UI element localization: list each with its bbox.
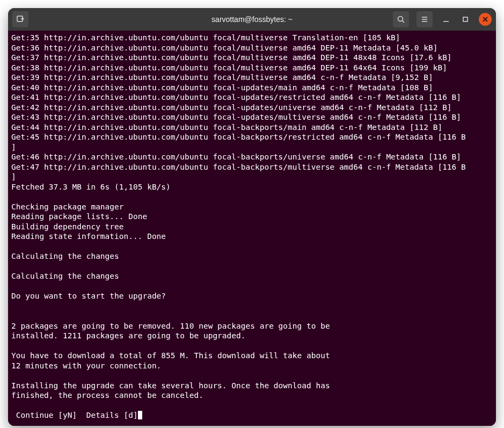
terminal-line: Reading package lists... Done (11, 212, 493, 222)
terminal-line: Building dependency tree (11, 222, 493, 232)
terminal-line: Get:44 http://in.archive.ubuntu.com/ubun… (11, 122, 493, 133)
terminal-line: installed. 1211 packages are going to be… (11, 331, 493, 341)
close-button[interactable] (479, 13, 492, 26)
terminal-line: Calculating the changes (11, 271, 493, 281)
terminal-line: Get:43 http://in.archive.ubuntu.com/ubun… (11, 112, 493, 122)
terminal-line: Get:38 http://in.archive.ubuntu.com/ubun… (11, 63, 493, 73)
svg-line-4 (403, 21, 405, 23)
terminal-body[interactable]: Get:35 http://in.archive.ubuntu.com/ubun… (8, 31, 496, 426)
prompt-text: Continue [yN] Details [d] (11, 411, 138, 419)
terminal-line (11, 401, 493, 411)
titlebar-left (12, 11, 28, 27)
search-button[interactable] (393, 11, 409, 27)
terminal-line: Get:35 http://in.archive.ubuntu.com/ubun… (11, 33, 493, 43)
terminal-line: Reading state information... Done (11, 231, 493, 242)
search-icon (397, 15, 405, 24)
terminal-line: Get:41 http://in.archive.ubuntu.com/ubun… (11, 92, 493, 103)
terminal-line (11, 371, 493, 381)
titlebar: sarvottam@fossbytes: ~ (8, 8, 496, 31)
terminal-line (11, 281, 493, 292)
terminal-line: Checking package manager (11, 202, 493, 212)
close-icon (483, 17, 488, 22)
terminal-line (11, 301, 493, 311)
terminal-output: Get:35 http://in.archive.ubuntu.com/ubun… (11, 33, 493, 410)
minimize-icon (442, 16, 450, 23)
terminal-line: Get:45 http://in.archive.ubuntu.com/ubun… (11, 132, 493, 142)
terminal-line: 12 minutes with your connection. (11, 361, 493, 371)
window-title: sarvottam@fossbytes: ~ (211, 15, 293, 24)
terminal-line (11, 262, 493, 272)
terminal-line (11, 341, 493, 351)
terminal-line: 2 packages are going to be removed. 110 … (11, 321, 493, 331)
cursor (138, 411, 142, 419)
terminal-line: Get:46 http://in.archive.ubuntu.com/ubun… (11, 152, 493, 162)
terminal-line: Fetched 37.3 MB in 6s (1,105 kB/s) (11, 182, 493, 192)
new-tab-icon (16, 15, 25, 24)
terminal-line: Get:37 http://in.archive.ubuntu.com/ubun… (11, 53, 493, 63)
terminal-line: Get:47 http://in.archive.ubuntu.com/ubun… (11, 162, 493, 172)
terminal-line: Get:42 http://in.archive.ubuntu.com/ubun… (11, 103, 493, 113)
terminal-line: Calculating the changes (11, 251, 493, 262)
terminal-line: Do you want to start the upgrade? (11, 291, 493, 301)
minimize-button[interactable] (440, 13, 452, 25)
terminal-line: ] (11, 172, 493, 182)
terminal-prompt-line: Continue [yN] Details [d] (11, 410, 493, 420)
terminal-line: ] (11, 142, 493, 153)
svg-point-3 (398, 17, 403, 21)
maximize-button[interactable] (459, 13, 471, 25)
terminal-line: Get:36 http://in.archive.ubuntu.com/ubun… (11, 43, 493, 53)
hamburger-icon (420, 15, 429, 24)
titlebar-right (393, 11, 492, 27)
terminal-line: Get:39 http://in.archive.ubuntu.com/ubun… (11, 72, 493, 83)
terminal-window: sarvottam@fossbytes: ~ (8, 8, 496, 426)
terminal-line: finished, the process cannot be canceled… (11, 390, 493, 401)
terminal-line (11, 242, 493, 252)
terminal-line (11, 192, 493, 202)
terminal-line (11, 311, 493, 321)
svg-rect-9 (463, 17, 468, 21)
terminal-line: You have to download a total of 855 M. T… (11, 351, 493, 361)
terminal-line: Get:40 http://in.archive.ubuntu.com/ubun… (11, 83, 493, 93)
terminal-line: Installing the upgrade can take several … (11, 381, 493, 391)
new-tab-button[interactable] (12, 11, 28, 27)
maximize-icon (462, 16, 469, 23)
menu-button[interactable] (417, 11, 433, 27)
